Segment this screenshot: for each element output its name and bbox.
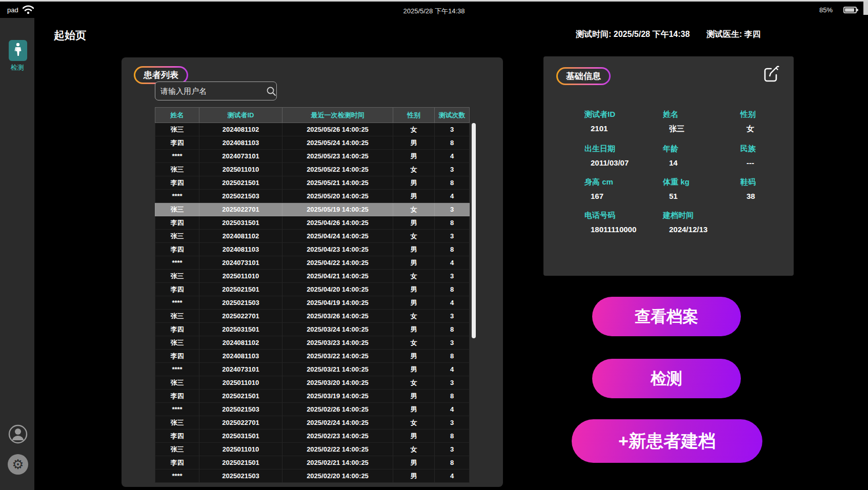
table-row[interactable]: ****20250215032025/05/20 14:00:25男4 (155, 190, 470, 203)
table-cell: 李四 (155, 176, 199, 190)
table-row[interactable]: 张三20250227012025/02/24 14:00:25女3 (155, 416, 470, 430)
table-cell: **** (155, 296, 199, 310)
table-scrollbar-thumb[interactable] (472, 123, 476, 338)
table-cell: 男 (393, 469, 435, 483)
table-row[interactable]: ****20240731012025/03/21 14:00:25男4 (155, 363, 470, 376)
table-row[interactable]: 张三20240811022025/03/23 14:00:25女3 (155, 336, 470, 350)
table-cell: 2025/04/26 14:00:25 (282, 216, 393, 230)
column-header-2: 最近一次检测时间 (282, 107, 393, 123)
table-row[interactable]: 张三20250110102025/03/20 14:00:25女3 (155, 376, 470, 390)
table-cell: 2024081103 (199, 243, 282, 256)
search-icon[interactable] (266, 86, 276, 96)
table-cell: **** (155, 469, 199, 483)
table-cell: 2025011010 (199, 376, 282, 390)
table-cell: 张三 (155, 230, 199, 243)
table-row[interactable]: 张三20250227012025/05/19 14:00:25女3 (155, 203, 470, 216)
table-row[interactable]: 张三20250110102025/04/21 14:00:25女3 (155, 270, 470, 283)
status-bar: pad 2025/5/28 下午14:38 85% (0, 2, 868, 18)
basic-info-title-pill: 基础信息 (556, 67, 611, 85)
table-cell: 2025/05/24 14:00:25 (282, 136, 393, 150)
table-cell: 2024073101 (199, 256, 282, 270)
table-cell: 男 (393, 390, 435, 403)
table-row[interactable]: 李四20240811032025/04/23 14:00:25男8 (155, 243, 470, 256)
table-row[interactable]: 张三20250227012025/03/26 14:00:25女3 (155, 310, 470, 323)
table-cell: 2024073101 (199, 150, 282, 163)
info-field-label: 建档时间 (663, 211, 740, 220)
info-field: 建档时间2024/12/13 (663, 211, 740, 234)
table-cell: 男 (393, 190, 435, 203)
info-field-label: 电话号码 (584, 211, 663, 220)
table-row[interactable]: ****20250215032025/04/19 14:00:25男4 (155, 296, 470, 310)
column-header-0: 姓名 (155, 107, 199, 123)
table-row[interactable]: 李四20250315012025/02/23 14:00:25男8 (155, 430, 470, 443)
table-cell: 男 (393, 296, 435, 310)
table-cell: 3 (435, 443, 470, 456)
table-cell: 2025011010 (199, 270, 282, 283)
table-cell: 2025/04/21 14:00:25 (282, 270, 393, 283)
table-cell: 2025/03/23 14:00:25 (282, 336, 393, 350)
table-cell: 女 (393, 310, 435, 323)
table-cell: 2025021501 (199, 390, 282, 403)
table-cell: **** (155, 190, 199, 203)
table-cell: 8 (435, 390, 470, 403)
sidebar-item-detect[interactable] (9, 40, 27, 61)
table-row[interactable]: 张三20250110102025/05/22 14:00:25女3 (155, 163, 470, 176)
info-field-value: 张三 (663, 124, 740, 134)
table-cell: 2025/05/23 14:00:25 (282, 150, 393, 163)
table-cell: 男 (393, 216, 435, 230)
table-cell: 女 (393, 416, 435, 430)
table-cell: 2025/03/26 14:00:25 (282, 310, 393, 323)
patient-table: 姓名测试者ID最近一次检测时间性别测试次数 张三20240811022025/0… (155, 107, 470, 483)
info-field: 姓名张三 (663, 110, 740, 134)
table-row[interactable]: ****20240731012025/04/22 14:00:25男4 (155, 256, 470, 270)
table-row[interactable]: 李四20250215012025/03/19 14:00:25男8 (155, 390, 470, 403)
patient-list-panel: 患者列表 姓名测试者ID最近一次检测时间性别测试次数 张三20240811022… (122, 57, 503, 487)
table-cell: 张三 (155, 336, 199, 350)
table-cell: 张三 (155, 270, 199, 283)
table-row[interactable]: 李四20240811032025/05/24 14:00:25男8 (155, 136, 470, 150)
table-row[interactable]: 李四20250315012025/03/24 14:00:25男8 (155, 323, 470, 336)
table-cell: 2025031501 (199, 323, 282, 336)
basic-info-panel: 基础信息 测试者ID2101姓名张三性别女出生日期2011/03/07年龄14民… (543, 56, 794, 276)
search-box (155, 81, 277, 100)
user-circle-icon[interactable] (8, 424, 28, 444)
table-row[interactable]: 李四20250215012025/02/21 14:00:25男8 (155, 456, 470, 469)
table-row[interactable]: ****20250215032025/02/20 14:00:25男4 (155, 469, 470, 483)
app-window: pad 2025/5/28 下午14:38 85% 检测 (0, 0, 868, 490)
info-field: 民族--- (740, 144, 784, 167)
table-row[interactable]: 张三20240811022025/04/24 14:00:25女3 (155, 230, 470, 243)
edit-button[interactable] (759, 63, 783, 87)
table-row[interactable]: 张三20240811022025/05/26 14:00:25女3 (155, 123, 470, 136)
info-field-label: 鞋码 (740, 177, 784, 187)
table-cell: 2025021503 (199, 190, 282, 203)
table-row[interactable]: 李四20250215012025/04/20 14:00:25男8 (155, 283, 470, 296)
test-doctor-label: 测试医生: (706, 30, 744, 38)
table-row[interactable]: 李四20250315012025/04/26 14:00:25男8 (155, 216, 470, 230)
table-cell: 3 (435, 376, 470, 390)
table-cell: 4 (435, 256, 470, 270)
table-cell: 女 (393, 270, 435, 283)
gear-icon[interactable]: ⚙ (8, 454, 28, 475)
new-patient-button[interactable]: +新患者建档 (572, 419, 762, 463)
view-archive-button[interactable]: 查看档案 (592, 297, 741, 336)
detect-button[interactable]: 检测 (592, 359, 741, 398)
table-cell: 李四 (155, 283, 199, 296)
info-field-value: 女 (740, 124, 784, 134)
table-cell: 3 (435, 123, 470, 136)
table-cell: 张三 (155, 376, 199, 390)
table-row[interactable]: 李四20240811032025/03/22 14:00:25男8 (155, 350, 470, 363)
table-cell: 2024081102 (199, 123, 282, 136)
table-row[interactable]: ****20240731012025/05/23 14:00:25男4 (155, 150, 470, 163)
table-cell: 女 (393, 336, 435, 350)
table-cell: 李四 (155, 390, 199, 403)
info-field-label: 性别 (740, 110, 784, 119)
table-cell: 2025/02/21 14:00:25 (282, 456, 393, 469)
table-row[interactable]: 李四20250215012025/05/21 14:00:25男8 (155, 176, 470, 190)
table-cell: 2024073101 (199, 363, 282, 376)
search-input[interactable] (155, 87, 266, 95)
table-cell: 4 (435, 190, 470, 203)
table-cell: 2025/03/24 14:00:25 (282, 323, 393, 336)
page-title: 起始页 (54, 28, 86, 43)
table-row[interactable]: ****20250215032025/02/26 14:00:25男4 (155, 403, 470, 416)
table-row[interactable]: 张三20250110102025/02/22 14:00:25女3 (155, 443, 470, 456)
